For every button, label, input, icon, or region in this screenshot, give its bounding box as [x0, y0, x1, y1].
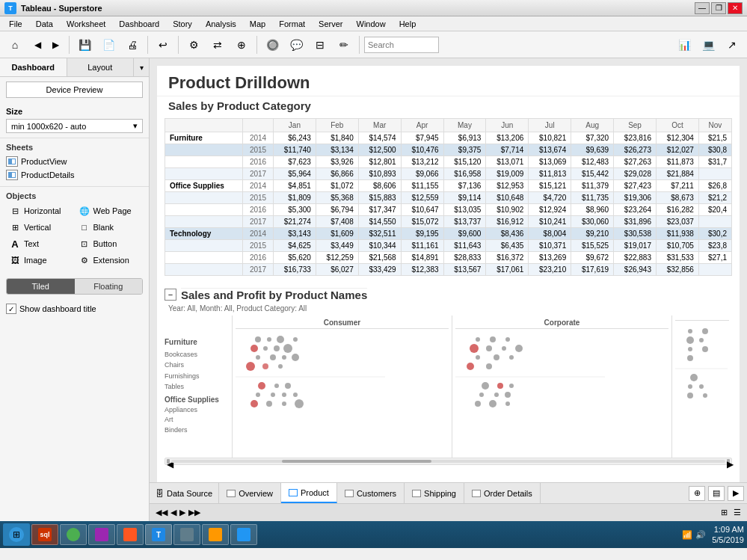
highlight-button[interactable]: ✏: [333, 35, 354, 55]
taskbar-app-chrome[interactable]: [60, 524, 87, 545]
title-bar-buttons[interactable]: — ❐ ✕: [695, 2, 743, 14]
menu-dashboard[interactable]: Dashboard: [113, 19, 165, 29]
section1-title: Sales by Product Category: [157, 96, 740, 115]
print-button[interactable]: 🖨: [122, 35, 143, 55]
taskbar-app-3[interactable]: [88, 524, 115, 545]
svg-point-28: [490, 336, 496, 342]
object-text[interactable]: A Text: [6, 236, 74, 251]
object-webpage[interactable]: 🌐 Web Page: [76, 203, 144, 218]
taskbar-app-6[interactable]: [202, 524, 229, 545]
device-preview-button[interactable]: Device Preview: [6, 81, 143, 98]
menu-server[interactable]: Server: [313, 19, 348, 29]
taskbar-app-tableau[interactable]: T: [145, 524, 172, 545]
back-button[interactable]: ◀: [28, 35, 46, 55]
item-tables: Tables: [165, 381, 232, 392]
scroll-right-arrow[interactable]: ▶: [727, 459, 730, 464]
object-horizontal[interactable]: ⊟ Horizontal: [6, 203, 74, 218]
scroll-thumb[interactable]: [282, 460, 431, 463]
cell-value: $13,206: [486, 132, 529, 144]
taskbar-app-4[interactable]: [117, 524, 144, 545]
device-btn[interactable]: 💻: [698, 35, 719, 55]
status-pagination-fwd[interactable]: ▶: [179, 508, 185, 517]
start-button[interactable]: ⊞: [3, 523, 30, 546]
menu-analysis[interactable]: Analysis: [200, 19, 242, 29]
save-button[interactable]: 💾: [74, 35, 95, 55]
share-btn[interactable]: ↗: [722, 35, 743, 55]
taskbar-app-5[interactable]: [173, 524, 200, 545]
sheet-productdetails[interactable]: ProductDetails: [6, 168, 143, 182]
swap-button[interactable]: ⇄: [207, 35, 228, 55]
undo-button[interactable]: ↩: [153, 35, 173, 55]
menu-data[interactable]: Data: [30, 19, 59, 29]
clock-date: 5/5/2019: [712, 535, 744, 545]
tiled-button[interactable]: Tiled: [7, 279, 75, 294]
menu-story[interactable]: Story: [167, 19, 198, 29]
minimize-button[interactable]: —: [695, 2, 710, 14]
home-button[interactable]: ⌂: [4, 35, 25, 55]
fit-button[interactable]: ⊕: [231, 35, 252, 55]
tab-dashboard[interactable]: Dashboard: [0, 58, 67, 76]
menu-file[interactable]: File: [3, 19, 28, 29]
search-input[interactable]: [364, 37, 439, 53]
chart-btn[interactable]: 📊: [674, 35, 695, 55]
svg-point-24: [266, 401, 272, 407]
tooltip-button[interactable]: 💬: [286, 35, 307, 55]
app7-icon: [237, 528, 250, 541]
show-title-checkbox[interactable]: ✓: [6, 304, 16, 314]
object-blank[interactable]: □ Blank: [76, 220, 144, 235]
sheets-list-button[interactable]: ▤: [708, 486, 725, 501]
svg-point-22: [293, 393, 298, 397]
menu-worksheet[interactable]: Worksheet: [61, 19, 111, 29]
third-chart: [675, 324, 728, 440]
menu-map[interactable]: Map: [244, 19, 271, 29]
tab-layout[interactable]: Layout: [67, 58, 135, 76]
floating-button[interactable]: Floating: [75, 279, 143, 294]
object-button[interactable]: ⊡ Button: [76, 236, 144, 251]
status-pagination-prev[interactable]: ◀◀: [156, 508, 167, 517]
datasource-tab[interactable]: 🗄 Data Source: [150, 483, 219, 503]
tab-shipping[interactable]: Shipping: [405, 483, 464, 503]
volume-icon: 🔊: [695, 530, 706, 540]
grid-icon[interactable]: ⊞: [721, 508, 728, 517]
present-button[interactable]: ▶: [728, 486, 744, 501]
forward-button[interactable]: ▶: [46, 35, 64, 55]
size-dropdown[interactable]: min 1000x620 - auto ▾: [6, 119, 143, 133]
object-image[interactable]: 🖼 Image: [6, 253, 74, 268]
cell-value: $23,210: [529, 264, 571, 276]
object-extension[interactable]: ⚙ Extension: [76, 253, 144, 268]
cell-category: Furniture: [165, 132, 243, 144]
tab-icon-overview: [227, 490, 236, 497]
svg-point-18: [285, 383, 291, 389]
taskbar-app-7[interactable]: [230, 524, 257, 545]
panel-dropdown[interactable]: ▾: [134, 58, 149, 76]
maximize-button[interactable]: ❐: [711, 2, 726, 14]
tab-product[interactable]: Product: [281, 483, 337, 503]
horizontal-scrollbar[interactable]: ◀ ▶: [165, 458, 732, 465]
list-icon[interactable]: ☰: [734, 508, 741, 517]
object-vertical[interactable]: ⊞ Vertical: [6, 220, 74, 235]
cell-category: [165, 192, 243, 204]
taskbar-app-sql[interactable]: sql: [31, 524, 58, 545]
tab-overview[interactable]: Overview: [219, 483, 281, 503]
save-as-button[interactable]: 📄: [98, 35, 119, 55]
svg-point-11: [292, 354, 299, 361]
collapse-button[interactable]: −: [165, 289, 176, 301]
close-button[interactable]: ✕: [728, 2, 743, 14]
menu-window[interactable]: Window: [351, 19, 392, 29]
cell-value: $13,069: [529, 156, 571, 168]
add-sheet-button[interactable]: ⊕: [689, 486, 705, 501]
tab-orderdetails[interactable]: Order Details: [464, 483, 541, 503]
cell-value: $1,840: [316, 132, 358, 144]
tableau-taskbar-icon: T: [152, 528, 165, 541]
menu-format[interactable]: Format: [273, 19, 311, 29]
filter-button[interactable]: ⊟: [310, 35, 331, 55]
cell-value: $23,816: [614, 132, 657, 144]
status-pagination-back[interactable]: ◀: [170, 508, 176, 517]
connect-button[interactable]: ⚙: [183, 35, 204, 55]
menu-help[interactable]: Help: [393, 19, 422, 29]
scroll-left-arrow[interactable]: ◀: [167, 459, 170, 464]
sheet-productview[interactable]: ProductView: [6, 155, 143, 168]
marks-button[interactable]: 🔘: [262, 35, 283, 55]
tab-customers[interactable]: Customers: [337, 483, 405, 503]
status-pagination-end[interactable]: ▶▶: [188, 508, 200, 517]
